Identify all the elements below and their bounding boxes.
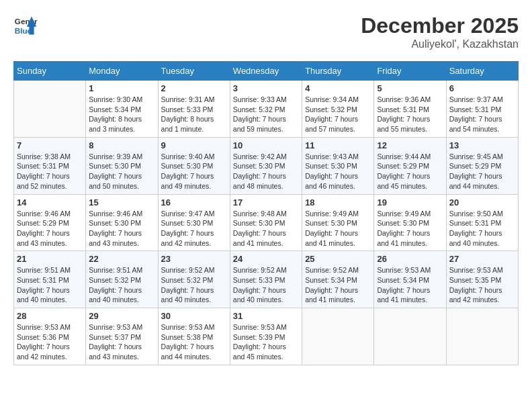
day-cell bbox=[14, 81, 86, 138]
day-info: Sunrise: 9:31 AMSunset: 5:33 PMDaylight:… bbox=[161, 95, 227, 134]
day-number: 22 bbox=[89, 254, 154, 264]
day-cell: 8Sunrise: 9:39 AMSunset: 5:30 PMDaylight… bbox=[86, 137, 158, 194]
day-info: Sunrise: 9:51 AMSunset: 5:31 PMDaylight:… bbox=[17, 265, 83, 305]
day-cell: 16Sunrise: 9:47 AMSunset: 5:30 PMDayligh… bbox=[158, 194, 230, 251]
day-cell: 1Sunrise: 9:30 AMSunset: 5:34 PMDaylight… bbox=[86, 81, 158, 138]
week-row-5: 28Sunrise: 9:53 AMSunset: 5:36 PMDayligh… bbox=[14, 308, 519, 365]
day-info: Sunrise: 9:37 AMSunset: 5:31 PMDaylight:… bbox=[449, 95, 515, 134]
day-info: Sunrise: 9:46 AMSunset: 5:29 PMDaylight:… bbox=[17, 209, 83, 248]
day-number: 24 bbox=[233, 254, 299, 264]
day-info: Sunrise: 9:33 AMSunset: 5:32 PMDaylight:… bbox=[233, 95, 299, 134]
day-cell: 14Sunrise: 9:46 AMSunset: 5:29 PMDayligh… bbox=[14, 194, 86, 251]
weekday-header-saturday: Saturday bbox=[446, 62, 518, 81]
day-number: 10 bbox=[233, 140, 299, 150]
day-info: Sunrise: 9:34 AMSunset: 5:32 PMDaylight:… bbox=[305, 95, 371, 134]
day-cell: 15Sunrise: 9:46 AMSunset: 5:30 PMDayligh… bbox=[86, 194, 158, 251]
title-block: December 2025 Auliyekol', Kazakhstan bbox=[361, 13, 519, 50]
day-number: 31 bbox=[233, 311, 299, 321]
day-cell: 12Sunrise: 9:44 AMSunset: 5:29 PMDayligh… bbox=[374, 137, 446, 194]
day-number: 25 bbox=[305, 254, 371, 264]
day-info: Sunrise: 9:52 AMSunset: 5:33 PMDaylight:… bbox=[233, 265, 299, 305]
week-row-2: 7Sunrise: 9:38 AMSunset: 5:31 PMDaylight… bbox=[14, 137, 519, 194]
day-number: 15 bbox=[89, 197, 154, 208]
day-info: Sunrise: 9:30 AMSunset: 5:34 PMDaylight:… bbox=[89, 95, 154, 134]
day-info: Sunrise: 9:47 AMSunset: 5:30 PMDaylight:… bbox=[161, 209, 227, 248]
day-number: 29 bbox=[89, 311, 154, 321]
day-info: Sunrise: 9:39 AMSunset: 5:30 PMDaylight:… bbox=[89, 152, 154, 191]
day-cell bbox=[446, 308, 518, 365]
day-info: Sunrise: 9:52 AMSunset: 5:32 PMDaylight:… bbox=[161, 265, 227, 305]
day-info: Sunrise: 9:51 AMSunset: 5:32 PMDaylight:… bbox=[89, 265, 154, 305]
day-number: 19 bbox=[377, 197, 443, 208]
day-info: Sunrise: 9:40 AMSunset: 5:30 PMDaylight:… bbox=[161, 152, 227, 191]
day-number: 20 bbox=[449, 197, 515, 208]
weekday-header-thursday: Thursday bbox=[302, 62, 374, 81]
location-subtitle: Auliyekol', Kazakhstan bbox=[361, 38, 519, 50]
day-info: Sunrise: 9:45 AMSunset: 5:29 PMDaylight:… bbox=[449, 152, 515, 191]
day-info: Sunrise: 9:53 AMSunset: 5:34 PMDaylight:… bbox=[377, 265, 443, 305]
day-number: 12 bbox=[377, 140, 443, 150]
day-info: Sunrise: 9:53 AMSunset: 5:38 PMDaylight:… bbox=[161, 322, 227, 362]
day-cell: 27Sunrise: 9:53 AMSunset: 5:35 PMDayligh… bbox=[446, 251, 518, 308]
day-number: 23 bbox=[161, 254, 227, 264]
day-cell: 13Sunrise: 9:45 AMSunset: 5:29 PMDayligh… bbox=[446, 137, 518, 194]
calendar-table: SundayMondayTuesdayWednesdayThursdayFrid… bbox=[13, 61, 519, 365]
day-number: 2 bbox=[161, 83, 227, 93]
day-cell: 25Sunrise: 9:52 AMSunset: 5:34 PMDayligh… bbox=[302, 251, 374, 308]
day-cell: 18Sunrise: 9:49 AMSunset: 5:30 PMDayligh… bbox=[302, 194, 374, 251]
day-cell: 10Sunrise: 9:42 AMSunset: 5:30 PMDayligh… bbox=[230, 137, 302, 194]
weekday-header-monday: Monday bbox=[86, 62, 158, 81]
day-cell: 3Sunrise: 9:33 AMSunset: 5:32 PMDaylight… bbox=[230, 81, 302, 138]
month-title: December 2025 bbox=[361, 13, 519, 38]
weekday-header-wednesday: Wednesday bbox=[230, 62, 302, 81]
page-header: General Blue December 2025 Auliyekol', K… bbox=[13, 13, 519, 50]
day-number: 11 bbox=[305, 140, 371, 150]
day-info: Sunrise: 9:53 AMSunset: 5:35 PMDaylight:… bbox=[449, 265, 515, 305]
day-info: Sunrise: 9:36 AMSunset: 5:31 PMDaylight:… bbox=[377, 95, 443, 134]
day-cell: 31Sunrise: 9:53 AMSunset: 5:39 PMDayligh… bbox=[230, 308, 302, 365]
day-info: Sunrise: 9:44 AMSunset: 5:29 PMDaylight:… bbox=[377, 152, 443, 191]
day-number: 18 bbox=[305, 197, 371, 208]
day-cell: 24Sunrise: 9:52 AMSunset: 5:33 PMDayligh… bbox=[230, 251, 302, 308]
day-info: Sunrise: 9:38 AMSunset: 5:31 PMDaylight:… bbox=[17, 152, 83, 191]
day-cell: 30Sunrise: 9:53 AMSunset: 5:38 PMDayligh… bbox=[158, 308, 230, 365]
day-number: 13 bbox=[449, 140, 515, 150]
weekday-header-friday: Friday bbox=[374, 62, 446, 81]
weekday-header-row: SundayMondayTuesdayWednesdayThursdayFrid… bbox=[14, 62, 519, 81]
day-cell: 26Sunrise: 9:53 AMSunset: 5:34 PMDayligh… bbox=[374, 251, 446, 308]
day-number: 1 bbox=[89, 83, 154, 93]
day-info: Sunrise: 9:43 AMSunset: 5:30 PMDaylight:… bbox=[305, 152, 371, 191]
day-info: Sunrise: 9:53 AMSunset: 5:36 PMDaylight:… bbox=[17, 322, 83, 362]
day-cell: 21Sunrise: 9:51 AMSunset: 5:31 PMDayligh… bbox=[14, 251, 86, 308]
day-cell: 19Sunrise: 9:49 AMSunset: 5:30 PMDayligh… bbox=[374, 194, 446, 251]
day-number: 3 bbox=[233, 83, 299, 93]
day-number: 30 bbox=[161, 311, 227, 321]
day-number: 5 bbox=[377, 83, 443, 93]
day-cell: 4Sunrise: 9:34 AMSunset: 5:32 PMDaylight… bbox=[302, 81, 374, 138]
day-info: Sunrise: 9:49 AMSunset: 5:30 PMDaylight:… bbox=[305, 209, 371, 248]
logo: General Blue bbox=[13, 13, 38, 38]
week-row-3: 14Sunrise: 9:46 AMSunset: 5:29 PMDayligh… bbox=[14, 194, 519, 251]
day-number: 16 bbox=[161, 197, 227, 208]
day-cell: 22Sunrise: 9:51 AMSunset: 5:32 PMDayligh… bbox=[86, 251, 158, 308]
day-info: Sunrise: 9:53 AMSunset: 5:37 PMDaylight:… bbox=[89, 322, 154, 362]
day-number: 27 bbox=[449, 254, 515, 264]
day-cell: 6Sunrise: 9:37 AMSunset: 5:31 PMDaylight… bbox=[446, 81, 518, 138]
day-number: 17 bbox=[233, 197, 299, 208]
weekday-header-sunday: Sunday bbox=[14, 62, 86, 81]
day-info: Sunrise: 9:49 AMSunset: 5:30 PMDaylight:… bbox=[377, 209, 443, 248]
day-info: Sunrise: 9:42 AMSunset: 5:30 PMDaylight:… bbox=[233, 152, 299, 191]
day-cell: 9Sunrise: 9:40 AMSunset: 5:30 PMDaylight… bbox=[158, 137, 230, 194]
week-row-4: 21Sunrise: 9:51 AMSunset: 5:31 PMDayligh… bbox=[14, 251, 519, 308]
day-info: Sunrise: 9:46 AMSunset: 5:30 PMDaylight:… bbox=[89, 209, 154, 248]
weekday-header-tuesday: Tuesday bbox=[158, 62, 230, 81]
day-cell: 29Sunrise: 9:53 AMSunset: 5:37 PMDayligh… bbox=[86, 308, 158, 365]
day-info: Sunrise: 9:52 AMSunset: 5:34 PMDaylight:… bbox=[305, 265, 371, 305]
day-number: 7 bbox=[17, 140, 83, 150]
day-cell: 5Sunrise: 9:36 AMSunset: 5:31 PMDaylight… bbox=[374, 81, 446, 138]
day-cell: 17Sunrise: 9:48 AMSunset: 5:30 PMDayligh… bbox=[230, 194, 302, 251]
day-number: 4 bbox=[305, 83, 371, 93]
day-info: Sunrise: 9:50 AMSunset: 5:31 PMDaylight:… bbox=[449, 209, 515, 248]
day-info: Sunrise: 9:53 AMSunset: 5:39 PMDaylight:… bbox=[233, 322, 299, 362]
week-row-1: 1Sunrise: 9:30 AMSunset: 5:34 PMDaylight… bbox=[14, 81, 519, 138]
